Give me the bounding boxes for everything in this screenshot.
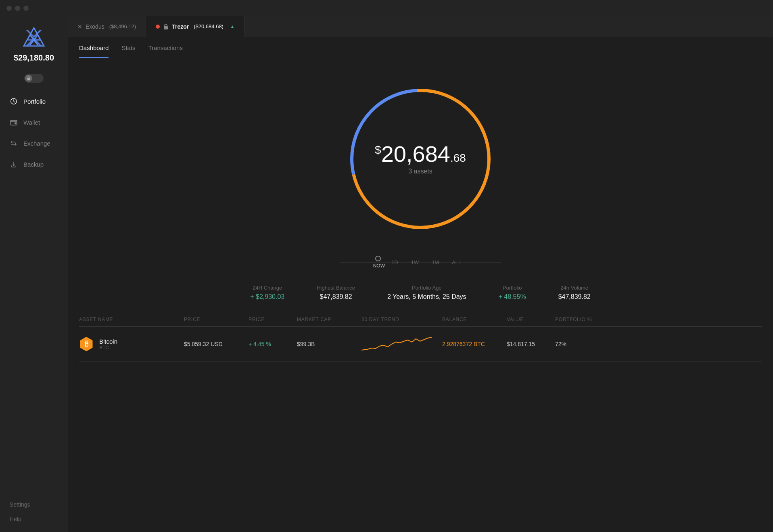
content-area: Dashboard Stats Transactions $2: [68, 37, 773, 532]
sidebar-item-exchange[interactable]: Exchange: [0, 133, 68, 154]
stat-highest-balance-label: Highest Balance: [317, 285, 355, 291]
time-btn-1m[interactable]: 1M: [425, 258, 445, 267]
btc-price-usd: $5,059.32 USD: [184, 341, 249, 347]
stat-highest-balance-value: $47,839.82: [320, 293, 352, 300]
time-now-group[interactable]: NOW: [373, 256, 385, 269]
stat-24h-volume-value: $47,839.82: [558, 293, 591, 300]
col-header-balance: BALANCE: [442, 317, 507, 322]
time-btn-all[interactable]: ALL: [445, 258, 468, 267]
sidebar: $29,180.80 Portfo: [0, 16, 68, 532]
svg-rect-8: [164, 26, 168, 29]
minimize-button[interactable]: [15, 6, 20, 11]
svg-rect-4: [27, 78, 30, 80]
asset-name-cell-btc: ₿ Bitcoin BTC: [79, 337, 184, 351]
tab-exodus[interactable]: ✕ Exodus ($8,496.12): [68, 16, 146, 37]
btc-trend-chart: [361, 334, 442, 354]
sidebar-item-backup[interactable]: Backup: [0, 154, 68, 175]
portfolio-chart: $20,684.68 3 assets: [336, 74, 505, 244]
tab-trezor-label: Trezor: [172, 23, 189, 30]
time-btn-1w[interactable]: 1W: [405, 258, 426, 267]
exodus-x-icon: ✕: [77, 23, 82, 30]
tab-exodus-label: Exodus: [86, 23, 104, 30]
maximize-button[interactable]: [23, 6, 29, 11]
sidebar-item-settings[interactable]: Settings: [10, 501, 58, 508]
clock-icon: [10, 97, 18, 105]
exchange-icon: [10, 139, 18, 147]
sidebar-lock-toggle[interactable]: [0, 74, 68, 83]
time-range-selector: NOW 1D 1W 1M ALL: [340, 256, 501, 269]
sidebar-label-portfolio: Portfolio: [23, 98, 46, 105]
sidebar-item-portfolio[interactable]: Portfolio: [0, 91, 68, 112]
tab-trezor[interactable]: Trezor ($20,684.68) ▲: [146, 16, 245, 37]
stat-24h-volume-label: 24h Volume: [560, 285, 588, 291]
stat-portfolio-age-label: Portfolio Age: [412, 285, 442, 291]
dashboard-body: $20,684.68 3 assets NOW 1D 1W 1M ALL: [68, 58, 773, 532]
stat-portfolio: Portfolio + 48.55%: [499, 285, 526, 300]
asset-table-header: ASSET NAME PRICE PRICE MARKET CAP 30 DAY…: [79, 313, 762, 327]
stat-portfolio-value: + 48.55%: [499, 293, 526, 300]
stats-row: 24H Change + $2,930.03 Highest Balance $…: [239, 285, 602, 300]
time-btn-1d[interactable]: 1D: [385, 258, 405, 267]
sidebar-label-backup: Backup: [23, 161, 44, 168]
sidebar-balance: $29,180.80: [14, 53, 54, 63]
title-bar: [0, 0, 773, 16]
btc-portfolio-pct: 72%: [555, 341, 595, 347]
btc-sparkline: [361, 334, 434, 354]
asset-table: ASSET NAME PRICE PRICE MARKET CAP 30 DAY…: [68, 313, 773, 362]
sidebar-bottom: Settings Help: [0, 501, 68, 522]
nav-items: Portfolio Wallet: [0, 91, 68, 501]
dashboard-tabs: Dashboard Stats Transactions: [68, 37, 773, 58]
sidebar-label-wallet: Wallet: [23, 119, 40, 126]
lock-knob: [25, 75, 32, 82]
lock-icon: [27, 76, 31, 80]
sidebar-item-help[interactable]: Help: [10, 516, 58, 522]
chart-amount-cents: .68: [450, 152, 466, 164]
backup-icon: [10, 160, 18, 168]
btc-icon: ₿: [79, 337, 94, 351]
main-content: ✕ Exodus ($8,496.12) Trezor ($20,684.68)…: [68, 16, 773, 532]
col-header-price1: PRICE: [184, 317, 249, 322]
trezor-arrow-icon: ▲: [230, 24, 235, 29]
col-header-market-cap: MARKET CAP: [297, 317, 361, 322]
trezor-lock-icon: [163, 24, 169, 29]
tab-stats[interactable]: Stats: [121, 44, 135, 58]
asset-name-info-btc: Bitcoin BTC: [99, 338, 117, 350]
stat-24h-change-value: + $2,930.03: [250, 293, 284, 300]
wallet-tabs-bar: ✕ Exodus ($8,496.12) Trezor ($20,684.68)…: [68, 16, 773, 37]
app-logo-icon: [22, 26, 46, 50]
time-now-label: NOW: [373, 263, 385, 269]
chart-dollar-sign: $: [375, 144, 381, 156]
btc-balance: 2.92876372 BTC: [442, 341, 507, 347]
time-now-dot: [375, 256, 381, 261]
stat-portfolio-label: Portfolio: [503, 285, 522, 291]
trezor-dot: [156, 25, 160, 29]
chart-center: $20,684.68 3 assets: [375, 143, 466, 175]
btc-symbol: ₿: [85, 340, 88, 348]
asset-ticker-btc: BTC: [99, 345, 117, 350]
stat-portfolio-age: Portfolio Age 2 Years, 5 Months, 25 Days: [387, 285, 466, 300]
tab-transactions[interactable]: Transactions: [148, 44, 183, 58]
stat-portfolio-age-value: 2 Years, 5 Months, 25 Days: [387, 293, 466, 300]
tab-exodus-amount: ($8,496.12): [109, 23, 136, 29]
chart-amount-main: 20,684: [381, 141, 450, 167]
close-button[interactable]: [6, 6, 12, 11]
btc-price-change: + 4.45 %: [249, 341, 297, 347]
tab-dashboard[interactable]: Dashboard: [79, 44, 109, 58]
btc-value: $14,817.15: [507, 341, 555, 347]
chart-amount: $20,684.68: [375, 143, 466, 165]
btc-market-cap: $99.3B: [297, 341, 361, 347]
app-container: $29,180.80 Portfo: [0, 16, 773, 532]
stat-24h-change: 24H Change + $2,930.03: [250, 285, 284, 300]
stat-highest-balance: Highest Balance $47,839.82: [317, 285, 355, 300]
lock-toggle[interactable]: [24, 74, 44, 83]
stat-24h-volume: 24h Volume $47,839.82: [558, 285, 591, 300]
table-row[interactable]: ₿ Bitcoin BTC $5,059.32 USD + 4.45 % $99…: [79, 327, 762, 362]
wallet-icon: [10, 118, 18, 126]
stat-24h-change-label: 24H Change: [253, 285, 282, 291]
col-header-value: VALUE: [507, 317, 555, 322]
asset-name-bitcoin: Bitcoin: [99, 338, 117, 345]
sidebar-item-wallet[interactable]: Wallet: [0, 112, 68, 133]
col-header-trend: 30 DAY TREND: [361, 317, 442, 322]
chart-assets-label: 3 assets: [375, 168, 466, 175]
sidebar-label-exchange: Exchange: [23, 140, 50, 147]
